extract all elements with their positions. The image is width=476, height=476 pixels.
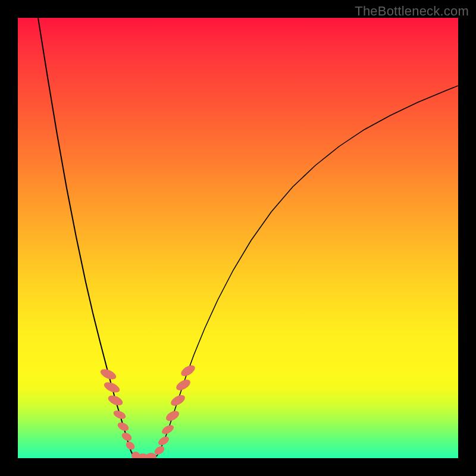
data-marker [174, 377, 192, 392]
plot-area [18, 18, 458, 458]
watermark-text: TheBottleneck.com [355, 4, 469, 19]
curve-right-branch [157, 86, 458, 456]
marker-group [99, 363, 196, 458]
data-marker [102, 380, 121, 394]
chart-svg [18, 18, 458, 458]
data-marker [120, 431, 133, 442]
data-marker [112, 409, 127, 421]
data-marker [160, 423, 175, 436]
data-marker [99, 367, 117, 381]
curve-group [38, 18, 458, 458]
data-marker [179, 363, 196, 378]
data-marker [169, 393, 187, 408]
data-marker [156, 435, 170, 447]
chart-frame: TheBottleneck.com [0, 0, 476, 476]
data-marker [116, 421, 130, 433]
data-marker [146, 453, 156, 458]
data-marker [164, 409, 181, 423]
data-marker [107, 393, 124, 407]
